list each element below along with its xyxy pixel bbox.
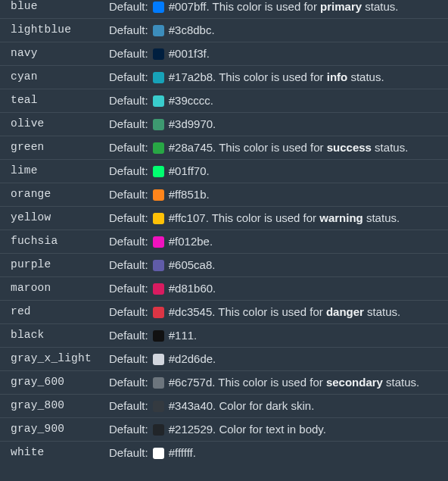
color-row: blackDefault:#111. bbox=[0, 323, 448, 347]
color-row: gray_900Default:#212529. Color for text … bbox=[0, 417, 448, 441]
status-keyword: primary bbox=[320, 0, 362, 13]
color-row: blueDefault:#007bff. This color is used … bbox=[0, 0, 448, 18]
color-hex-value: #001f3f bbox=[169, 47, 207, 61]
default-label: Default: bbox=[109, 423, 148, 436]
color-variable-name: fuchsia bbox=[11, 235, 109, 248]
status-keyword: info bbox=[327, 70, 348, 83]
terminator: . bbox=[213, 352, 216, 366]
color-swatch bbox=[153, 377, 164, 389]
color-variable-name: gray_900 bbox=[11, 423, 109, 436]
color-hex-value: #605ca8 bbox=[169, 258, 213, 272]
color-swatch bbox=[153, 236, 164, 248]
color-swatch bbox=[153, 2, 164, 13]
status-keyword: danger bbox=[326, 305, 364, 318]
terminator: . bbox=[206, 164, 209, 178]
color-variable-name: olive bbox=[11, 117, 109, 130]
color-row: navyDefault:#001f3f. bbox=[0, 42, 448, 65]
color-variable-name: green bbox=[11, 141, 109, 154]
color-row: fuchsiaDefault:#f012be. bbox=[0, 230, 448, 253]
default-label: Default: bbox=[109, 141, 148, 155]
default-label: Default: bbox=[109, 305, 148, 319]
default-label: Default: bbox=[109, 446, 148, 460]
color-variable-name: gray_800 bbox=[11, 399, 109, 412]
color-description: Default:#111. bbox=[109, 329, 440, 342]
terminator: . bbox=[210, 94, 213, 108]
color-variable-name: orange bbox=[11, 188, 109, 201]
color-description: Default:#001f3f. bbox=[109, 47, 440, 61]
color-swatch bbox=[153, 95, 164, 107]
color-row: limeDefault:#01ff70. bbox=[0, 159, 448, 183]
color-variable-name: teal bbox=[11, 94, 109, 107]
default-label: Default: bbox=[109, 70, 148, 84]
status-keyword: secondary bbox=[326, 376, 383, 389]
color-description: Default:#ffffff. bbox=[109, 446, 440, 460]
color-row: gray_600Default:#6c757d. This color is u… bbox=[0, 370, 448, 394]
color-swatch bbox=[153, 119, 164, 130]
color-description: Default:#39cccc. bbox=[109, 94, 440, 108]
status-note: . This color is used for secondary statu… bbox=[212, 376, 419, 389]
color-description: Default:#343a40. Color for dark skin. bbox=[109, 399, 440, 413]
color-hex-value: #dc3545 bbox=[169, 305, 213, 319]
extra-note: . Color for dark skin. bbox=[213, 399, 314, 413]
color-variable-name: black bbox=[11, 329, 109, 342]
color-row: cyanDefault:#17a2b8. This color is used … bbox=[0, 65, 448, 89]
color-swatch bbox=[153, 283, 164, 295]
color-hex-value: #d2d6de bbox=[169, 352, 213, 366]
default-label: Default: bbox=[109, 0, 148, 14]
color-swatch bbox=[153, 401, 164, 412]
color-swatch bbox=[153, 25, 164, 36]
color-description: Default:#605ca8. bbox=[109, 258, 440, 272]
color-swatch bbox=[153, 166, 164, 177]
default-label: Default: bbox=[109, 329, 148, 342]
color-hex-value: #39cccc bbox=[169, 94, 210, 108]
color-swatch bbox=[153, 448, 164, 459]
color-variable-name: red bbox=[11, 305, 109, 318]
color-hex-value: #17a2b8 bbox=[169, 70, 213, 84]
color-swatch bbox=[153, 354, 164, 365]
color-description: Default:#f012be. bbox=[109, 235, 440, 248]
color-row: orangeDefault:#ff851b. bbox=[0, 183, 448, 206]
color-swatch bbox=[153, 330, 164, 342]
color-description: Default:#17a2b8. This color is used for … bbox=[109, 70, 440, 84]
color-variable-name: cyan bbox=[11, 70, 109, 83]
color-row: tealDefault:#39cccc. bbox=[0, 89, 448, 112]
color-swatch bbox=[153, 142, 164, 154]
color-variable-name: lime bbox=[11, 164, 109, 177]
color-swatch bbox=[153, 424, 164, 436]
color-variable-name: lightblue bbox=[11, 23, 109, 36]
color-hex-value: #212529 bbox=[169, 423, 213, 436]
terminator: . bbox=[206, 188, 209, 201]
color-swatch bbox=[153, 307, 164, 318]
color-description: Default:#ffc107. This color is used for … bbox=[109, 211, 440, 225]
default-label: Default: bbox=[109, 94, 148, 108]
color-variable-name: yellow bbox=[11, 211, 109, 224]
terminator: . bbox=[212, 258, 215, 272]
color-swatch bbox=[153, 189, 164, 201]
color-hex-value: #343a40 bbox=[169, 399, 213, 413]
color-description: Default:#ff851b. bbox=[109, 188, 440, 201]
color-hex-value: #f012be bbox=[169, 235, 210, 248]
terminator: . bbox=[213, 282, 216, 295]
color-swatch bbox=[153, 213, 164, 224]
color-description: Default:#01ff70. bbox=[109, 164, 440, 178]
color-hex-value: #ffc107 bbox=[169, 211, 206, 225]
color-row: gray_800Default:#343a40. Color for dark … bbox=[0, 394, 448, 417]
default-label: Default: bbox=[109, 352, 148, 366]
default-label: Default: bbox=[109, 117, 148, 131]
color-row: gray_x_lightDefault:#d2d6de. bbox=[0, 347, 448, 370]
color-variable-name: maroon bbox=[11, 282, 109, 295]
status-keyword: success bbox=[327, 141, 372, 154]
terminator: . bbox=[194, 329, 197, 342]
color-variable-name: blue bbox=[11, 0, 109, 13]
color-hex-value: #3d9970 bbox=[169, 117, 213, 131]
color-swatch bbox=[153, 260, 164, 271]
color-hex-value: #6c757d bbox=[169, 376, 213, 389]
color-description: Default:#007bff. This color is used for … bbox=[109, 0, 440, 14]
default-label: Default: bbox=[109, 282, 148, 295]
color-description: Default:#dc3545. This color is used for … bbox=[109, 305, 440, 319]
status-note: . This color is used for danger status. bbox=[212, 305, 400, 319]
status-keyword: warning bbox=[319, 211, 363, 224]
status-note: . This color is used for success status. bbox=[213, 141, 408, 155]
color-hex-value: #01ff70 bbox=[169, 164, 207, 178]
color-hex-value: #111 bbox=[169, 329, 194, 342]
